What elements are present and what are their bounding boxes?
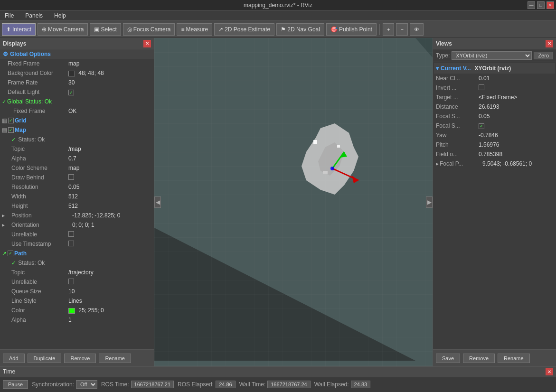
menu-bar: File Panels Help — [0, 10, 556, 21]
pitch-item[interactable]: Pitch 1.56976 — [434, 140, 555, 149]
use-timestamp-checkbox[interactable] — [68, 241, 74, 246]
duplicate-display-button[interactable]: Duplicate — [28, 354, 62, 363]
focal-s2-item[interactable]: Focal S... — [434, 121, 555, 131]
pause-button[interactable]: Pause — [3, 380, 28, 389]
remove-display-button[interactable]: Remove — [64, 354, 96, 363]
menu-panels[interactable]: Panels — [22, 11, 46, 20]
map-topic-item[interactable]: Topic /map — [0, 144, 154, 154]
path-header-item[interactable]: ↗ Path — [0, 249, 154, 258]
remove-view-button[interactable]: Remove — [463, 354, 495, 363]
map-checkbox[interactable] — [8, 127, 14, 133]
map-unreliable-item[interactable]: Unreliable — [0, 230, 154, 239]
invert-item[interactable]: Invert ... — [434, 83, 555, 93]
2d-nav-button[interactable]: ⚑ 2D Nav Goal — [276, 23, 324, 36]
displays-close-button[interactable]: ✕ — [143, 40, 151, 47]
close-button[interactable]: ✕ — [547, 1, 554, 9]
default-light-item[interactable]: Default Light — [0, 87, 154, 97]
plus-button[interactable]: + — [383, 23, 394, 36]
yaw-item[interactable]: Yaw -0.7846 — [434, 131, 555, 140]
fixed-frame-ok-item[interactable]: Fixed Frame OK — [0, 106, 154, 116]
current-view-header[interactable]: ▾ Current V... XYOrbit (rviz) — [434, 63, 555, 74]
grid-checkbox[interactable] — [8, 118, 14, 123]
displays-scroll[interactable]: ⚙ Global Options Fixed Frame map Backgro… — [0, 49, 154, 349]
path-unreliable-item[interactable]: Unreliable — [0, 277, 154, 287]
path-alpha-item[interactable]: Alpha 1 — [0, 315, 154, 325]
views-type-select[interactable]: XYOrbit (rviz) — [452, 51, 532, 60]
map-position-item[interactable]: ▸ Position -12.825; -12.825; 0 — [0, 211, 154, 220]
map-resolution-item[interactable]: Resolution 0.05 — [0, 182, 154, 192]
title-bar: mapping_demo.rviz* - RViz — □ ✕ — [0, 0, 556, 10]
map-header-item[interactable]: ▤ Map — [0, 125, 154, 135]
map-orientation-item[interactable]: ▸ Orientation 0; 0; 0; 1 — [0, 220, 154, 230]
sync-select[interactable]: Off — [76, 380, 97, 389]
publish-point-button[interactable]: 🎯 Publish Point — [326, 23, 377, 36]
add-display-button[interactable]: Add — [3, 354, 25, 363]
focus-camera-button[interactable]: ◎ Focus Camera — [123, 23, 175, 36]
focal-s2-checkbox[interactable] — [479, 123, 484, 129]
path-unreliable-checkbox[interactable] — [68, 279, 74, 284]
views-tree: ▾ Current V... XYOrbit (rviz) Near Cl...… — [433, 62, 556, 349]
invert-checkbox[interactable] — [479, 84, 484, 90]
path-checkbox[interactable] — [8, 251, 13, 256]
measure-button[interactable]: ≡ Measure — [177, 23, 212, 36]
default-light-checkbox[interactable] — [68, 90, 74, 95]
grid-item[interactable]: ▦ Grid — [0, 116, 154, 125]
map-unreliable-checkbox[interactable] — [68, 231, 74, 237]
menu-help[interactable]: Help — [51, 11, 69, 20]
rename-view-button[interactable]: Rename — [498, 354, 530, 363]
time-title: Time — [3, 368, 15, 375]
map-width-item[interactable]: Width 512 — [0, 192, 154, 201]
path-color-swatch[interactable] — [68, 308, 75, 314]
2d-pose-button[interactable]: ↗ 2D Pose Estimate — [214, 23, 274, 36]
map-alpha-item[interactable]: Alpha 0.7 — [0, 154, 154, 163]
map-color-scheme-item[interactable]: Color Scheme map — [0, 163, 154, 173]
minimize-button[interactable]: — — [528, 1, 535, 9]
expand-left-button[interactable]: ◀ — [154, 196, 161, 208]
views-title: Views — [436, 40, 452, 47]
zero-button[interactable]: Zero — [534, 52, 553, 59]
wall-time-value: 1667218767.24 — [267, 381, 310, 388]
maximize-button[interactable]: □ — [537, 1, 545, 9]
map-status-item[interactable]: ✓ Status: Ok — [0, 135, 154, 144]
interact-button[interactable]: ⬆ Interact — [2, 23, 36, 36]
ros-elapsed-field: ROS Elapsed: 24.86 — [178, 381, 236, 388]
map-height-item[interactable]: Height 512 — [0, 201, 154, 211]
frame-rate-item[interactable]: Frame Rate 30 — [0, 78, 154, 87]
global-options-header[interactable]: ⚙ Global Options — [0, 49, 154, 59]
eye-button[interactable]: 👁 — [410, 23, 424, 36]
views-close-button[interactable]: ✕ — [546, 40, 553, 47]
sync-label: Synchronization: — [32, 381, 74, 388]
window-title: mapping_demo.rviz* - RViz — [244, 2, 312, 9]
background-color-item[interactable]: Background Color 48; 48; 48 — [0, 68, 154, 78]
global-status-item[interactable]: ✓ Global Status: Ok — [0, 97, 154, 106]
time-close-button[interactable]: ✕ — [546, 368, 553, 375]
views-panel: Views ✕ Type: XYOrbit (rviz) Zero ▾ Curr… — [433, 38, 556, 366]
field-of-view-item[interactable]: Field o... 0.785398 — [434, 149, 555, 159]
path-color-item[interactable]: Color 25; 255; 0 — [0, 306, 154, 315]
save-view-button[interactable]: Save — [436, 354, 460, 363]
expand-right-button[interactable]: ▶ — [426, 196, 433, 208]
map-canvas[interactable] — [154, 38, 433, 366]
viewport[interactable]: ◀ — [154, 38, 433, 366]
target-item[interactable]: Target ... <Fixed Frame> — [434, 93, 555, 102]
wall-time-label: Wall Time: — [239, 381, 266, 388]
distance-item[interactable]: Distance 26.6193 — [434, 102, 555, 112]
bg-color-swatch[interactable] — [68, 71, 75, 76]
fixed-frame-item[interactable]: Fixed Frame map — [0, 59, 154, 68]
path-queue-item[interactable]: Queue Size 10 — [0, 287, 154, 296]
expand-arrow2: ▸ — [2, 222, 5, 228]
path-topic-item[interactable]: Topic /trajectory — [0, 268, 154, 277]
near-clip-item[interactable]: Near Cl... 0.01 — [434, 74, 555, 83]
path-linestyle-item[interactable]: Line Style Lines — [0, 296, 154, 306]
move-camera-button[interactable]: ⊕ Move Camera — [38, 23, 88, 36]
rename-display-button[interactable]: Rename — [99, 354, 131, 363]
select-button[interactable]: ▣ Select — [90, 23, 121, 36]
map-draw-behind-item[interactable]: Draw Behind — [0, 173, 154, 182]
map-timestamp-item[interactable]: Use Timestamp — [0, 239, 154, 249]
path-status-item[interactable]: ✓ Status: Ok — [0, 258, 154, 268]
focal-s1-item[interactable]: Focal S... 0.05 — [434, 112, 555, 121]
minus-button[interactable]: − — [396, 23, 407, 36]
menu-file[interactable]: File — [2, 11, 17, 20]
focal-point-item[interactable]: ▸ Focal P... 9.5043; -0.68561; 0 — [434, 159, 555, 168]
draw-behind-checkbox[interactable] — [68, 174, 74, 180]
